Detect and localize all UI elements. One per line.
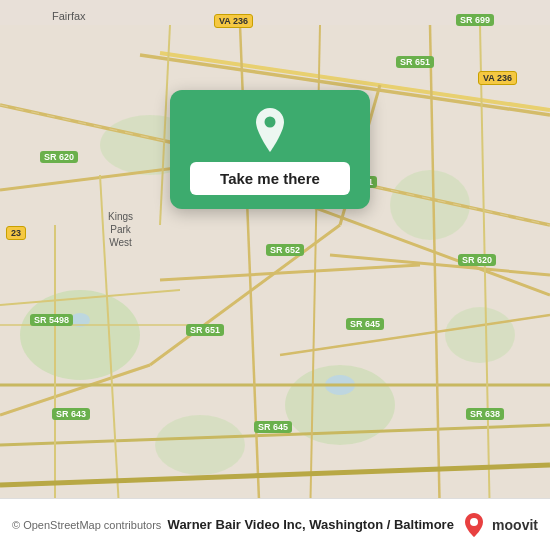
pin-icon-wrapper (248, 108, 292, 152)
road-label-sr620-left: SR 620 (40, 151, 78, 163)
moovit-logo: moovit (460, 511, 538, 539)
map-container: VA 236 SR 699 SR 651 VA 236 SR 620 651 S… (0, 0, 550, 550)
fairfax-label: Fairfax (52, 10, 86, 22)
svg-point-6 (155, 415, 245, 475)
kings-park-west-label: KingsParkWest (108, 210, 133, 249)
road-label-sr643: SR 643 (52, 408, 90, 420)
map-background (0, 0, 550, 550)
road-label-va236-right: VA 236 (478, 71, 517, 85)
popup-card: Take me there (170, 90, 370, 209)
moovit-text: moovit (492, 517, 538, 533)
road-label-sr645-bot: SR 645 (254, 421, 292, 433)
road-label-va236-top: VA 236 (214, 14, 253, 28)
road-label-sr651-bot: SR 651 (186, 324, 224, 336)
road-label-sr620-right: SR 620 (458, 254, 496, 266)
take-me-there-button[interactable]: Take me there (190, 162, 350, 195)
road-label-sr645-mid: SR 645 (346, 318, 384, 330)
road-label-sr638: SR 638 (466, 408, 504, 420)
road-label-23: 23 (6, 226, 26, 240)
svg-point-33 (265, 117, 276, 128)
svg-point-34 (470, 518, 478, 526)
road-label-sr651-top: SR 651 (396, 56, 434, 68)
road-label-sr652: SR 652 (266, 244, 304, 256)
location-pin-icon (251, 108, 289, 152)
moovit-pin-icon (460, 511, 488, 539)
bottom-bar: © OpenStreetMap contributors Warner Bair… (0, 498, 550, 550)
road-label-sr5498: SR 5498 (30, 314, 73, 326)
road-label-sr699: SR 699 (456, 14, 494, 26)
svg-point-1 (20, 290, 140, 380)
svg-point-5 (445, 307, 515, 363)
location-label: Warner Bair Video Inc, Washington / Balt… (161, 517, 460, 532)
copyright-text: © OpenStreetMap contributors (12, 519, 161, 531)
